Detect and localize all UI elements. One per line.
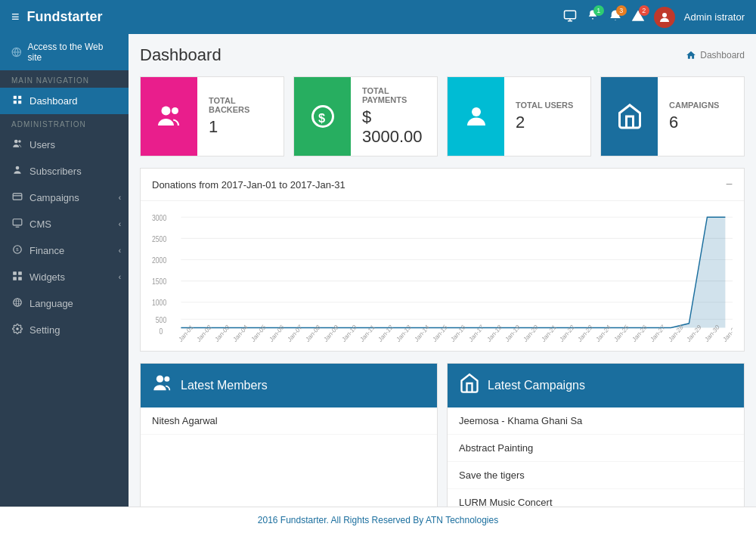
subscribers-icon xyxy=(11,165,23,178)
cms-chevron: ‹ xyxy=(119,220,121,228)
breadcrumb-label: Dashboard xyxy=(700,50,745,60)
footer-text: 2016 Fundstarter. All Rights Reserved By… xyxy=(258,515,498,525)
svg-text:3000: 3000 xyxy=(152,213,166,222)
svg-rect-0 xyxy=(564,11,575,19)
subscribers-label: Subscribers xyxy=(29,166,82,177)
language-icon xyxy=(11,297,23,310)
campaign-item-0[interactable]: Jeemosa - Khama Ghani Sa xyxy=(448,407,744,435)
content-area: Dashboard Dashboard TOTAL BACKERS 1 xyxy=(129,34,756,507)
svg-rect-7 xyxy=(18,96,21,99)
svg-point-78 xyxy=(156,376,163,383)
campaigns-icon xyxy=(11,191,23,204)
svg-rect-9 xyxy=(18,101,21,104)
chart-header: Donations from 2017-Jan-01 to 2017-Jan-3… xyxy=(141,169,744,201)
campaigns-stat-icon xyxy=(601,77,658,156)
svg-text:Jan-04: Jan-04 xyxy=(231,323,249,343)
member-item-0[interactable]: Nitesh Agarwal xyxy=(141,407,437,435)
widgets-label: Widgets xyxy=(29,271,65,283)
users-icon xyxy=(11,138,23,151)
campaigns-label: Campaigns xyxy=(29,192,79,203)
svg-text:Jan-25: Jan-25 xyxy=(612,323,630,343)
svg-rect-6 xyxy=(14,96,17,99)
campaigns-list: Jeemosa - Khama Ghani Sa Abstract Painti… xyxy=(448,407,744,507)
chart-body: 3000 2500 2000 1500 1000 500 0 Jan-01 J xyxy=(141,201,744,351)
svg-marker-46 xyxy=(181,217,725,327)
svg-text:$: $ xyxy=(318,111,325,125)
backers-body: TOTAL BACKERS 1 xyxy=(197,77,284,156)
latest-campaigns-header: Latest Campaigns xyxy=(448,364,744,407)
finance-chevron: ‹ xyxy=(119,246,121,255)
warning-badge: 2 xyxy=(639,5,649,16)
backers-value: 1 xyxy=(209,117,272,137)
svg-text:Jan-18: Jan-18 xyxy=(485,323,503,343)
stat-card-payments: $ TOTAL PAYMENTS $ 3000.00 xyxy=(293,76,438,156)
svg-text:2500: 2500 xyxy=(152,234,166,243)
campaign-item-3[interactable]: LURM Music Concert xyxy=(448,489,744,507)
sidebar-item-campaigns[interactable]: Campaigns ‹ xyxy=(0,184,129,211)
chart-minimize-button[interactable]: − xyxy=(726,178,733,191)
bell-icon[interactable]: 3 xyxy=(609,9,622,26)
admin-label: Admin istrator xyxy=(684,11,745,23)
svg-point-27 xyxy=(16,327,19,330)
svg-text:Jan-24: Jan-24 xyxy=(594,323,612,343)
svg-text:Jan-07: Jan-07 xyxy=(286,323,303,343)
cms-icon xyxy=(11,218,23,231)
svg-text:Jan-06: Jan-06 xyxy=(268,323,285,343)
campaign-item-2[interactable]: Save the tigers xyxy=(448,462,744,489)
sidebar: Access to the Web site Main Navigation D… xyxy=(0,34,129,507)
sidebar-item-dashboard[interactable]: Dashboard xyxy=(0,88,129,114)
members-header-icon xyxy=(152,373,173,398)
backers-icon xyxy=(141,77,197,156)
finance-icon: $ xyxy=(11,244,23,257)
latest-campaigns-panel: Latest Campaigns Jeemosa - Khama Ghani S… xyxy=(447,363,745,507)
svg-point-3 xyxy=(662,13,667,17)
svg-text:1500: 1500 xyxy=(152,277,166,286)
users-label: TOTAL USERS xyxy=(516,101,573,110)
campaign-item-1[interactable]: Abstract Painting xyxy=(448,435,744,462)
avatar[interactable] xyxy=(654,7,675,28)
language-label: Language xyxy=(29,298,73,309)
campaigns-header-icon xyxy=(459,373,480,398)
top-bar-icons: 1 3 2 Admin istrator xyxy=(563,7,745,28)
svg-text:Jan-10: Jan-10 xyxy=(340,323,358,343)
svg-point-10 xyxy=(14,140,18,144)
breadcrumb: Dashboard xyxy=(686,50,745,60)
sidebar-item-users[interactable]: Users xyxy=(0,132,129,158)
monitor-icon[interactable] xyxy=(563,9,577,26)
svg-text:Jan-03: Jan-03 xyxy=(213,323,231,343)
stat-card-backers: TOTAL BACKERS 1 xyxy=(140,76,284,156)
users-label: Users xyxy=(29,139,55,150)
svg-point-32 xyxy=(472,107,481,116)
users-stat-icon xyxy=(448,77,504,156)
svg-rect-19 xyxy=(13,271,17,275)
svg-text:Jan-14: Jan-14 xyxy=(413,323,430,343)
svg-text:$: $ xyxy=(16,247,19,252)
payments-icon: $ xyxy=(294,77,351,156)
setting-label: Setting xyxy=(29,324,60,336)
svg-text:Jan-26: Jan-26 xyxy=(631,323,648,343)
sidebar-item-finance[interactable]: $ Finance ‹ xyxy=(0,237,129,264)
footer: 2016 Fundstarter. All Rights Reserved By… xyxy=(0,507,756,533)
svg-rect-15 xyxy=(13,219,22,225)
svg-text:1000: 1000 xyxy=(152,299,166,308)
svg-text:Jan-19: Jan-19 xyxy=(503,323,521,343)
sidebar-item-setting[interactable]: Setting xyxy=(0,317,129,343)
stat-card-campaigns: CAMPAIGNS 6 xyxy=(600,76,745,156)
svg-rect-8 xyxy=(14,101,17,104)
dashboard-label: Dashboard xyxy=(29,95,78,107)
users-value: 2 xyxy=(516,113,573,132)
warning-icon[interactable]: 2 xyxy=(631,9,645,26)
svg-text:Jan-23: Jan-23 xyxy=(576,323,593,343)
sidebar-item-cms[interactable]: CMS ‹ xyxy=(0,211,129,237)
sidebar-top-link[interactable]: Access to the Web site xyxy=(0,34,129,70)
sidebar-item-widgets[interactable]: Widgets ‹ xyxy=(0,264,129,290)
user-bell-icon[interactable]: 1 xyxy=(586,9,600,26)
users-body: TOTAL USERS 2 xyxy=(504,77,584,156)
svg-text:Jan-17: Jan-17 xyxy=(467,323,485,343)
sidebar-item-subscribers[interactable]: Subscribers xyxy=(0,158,129,184)
svg-point-23 xyxy=(14,299,22,307)
hamburger-icon[interactable]: ≡ xyxy=(11,9,20,25)
payments-label: TOTAL PAYMENTS xyxy=(362,86,426,104)
svg-rect-21 xyxy=(13,277,17,280)
sidebar-item-language[interactable]: Language xyxy=(0,290,129,317)
